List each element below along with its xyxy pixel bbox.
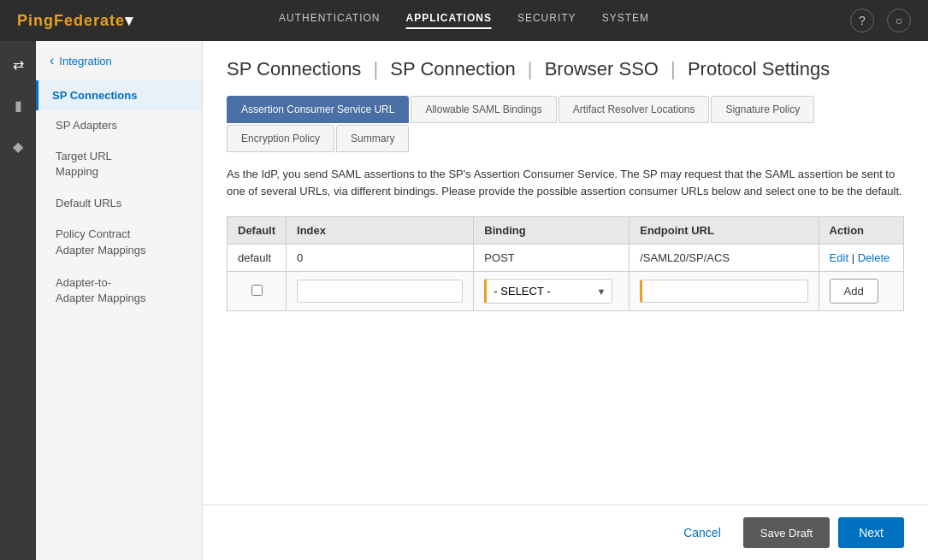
breadcrumb-sp-connections: SP Connections xyxy=(227,58,361,80)
url-input[interactable] xyxy=(640,280,807,303)
index-input[interactable] xyxy=(297,280,463,303)
sidebar-item-policy-contract[interactable]: Policy ContractAdapter Mappings xyxy=(36,218,202,266)
save-draft-button[interactable]: Save Draft xyxy=(743,517,830,548)
rail-shield-icon[interactable]: ◆ xyxy=(5,133,31,159)
sidebar: Integration SP Connections SP Adapters T… xyxy=(36,41,203,560)
add-button[interactable]: Add xyxy=(830,279,878,304)
tab-assertion-consumer[interactable]: Assertion Consumer Service URL xyxy=(227,96,409,123)
breadcrumb-protocol-settings: Protocol Settings xyxy=(688,58,830,80)
row-binding-value: POST xyxy=(474,245,630,272)
breadcrumb-sep2: | xyxy=(528,58,533,80)
footer-bar: Cancel Save Draft Next xyxy=(203,504,928,560)
cancel-button[interactable]: Cancel xyxy=(670,517,735,548)
add-row-binding-cell: - SELECT - ▼ xyxy=(474,272,630,311)
acs-table: Default Index Binding Endpoint URL Actio… xyxy=(227,216,904,311)
action-sep: | xyxy=(852,251,858,264)
help-icon[interactable]: ? xyxy=(850,9,874,32)
sidebar-item-sp-connections[interactable]: SP Connections xyxy=(36,80,202,110)
add-row-checkbox-cell xyxy=(228,272,287,311)
sidebar-item-adapter-adapter[interactable]: Adapter-to-Adapter Mappings xyxy=(36,267,202,315)
add-row-checkbox[interactable] xyxy=(251,285,263,296)
binding-select-wrapper: - SELECT - ▼ xyxy=(484,279,612,304)
col-endpoint-url: Endpoint URL xyxy=(630,217,819,245)
table-row: default 0 POST /SAML20/SP/ACS Edit | Del… xyxy=(228,245,904,272)
tab-signature-policy[interactable]: Signature Policy xyxy=(711,96,814,123)
tab-summary[interactable]: Summary xyxy=(336,125,409,152)
add-row-index-cell xyxy=(287,272,474,311)
breadcrumb: SP Connections | SP Connection | Browser… xyxy=(227,58,904,80)
col-binding: Binding xyxy=(474,217,630,245)
tab-artifact-resolver[interactable]: Artifact Resolver Locations xyxy=(559,96,710,123)
breadcrumb-sep1: | xyxy=(374,58,379,80)
delete-link[interactable]: Delete xyxy=(858,251,890,264)
nav-security[interactable]: SECURITY xyxy=(517,12,576,29)
nav-system[interactable]: SYSTEM xyxy=(602,12,649,29)
col-index: Index xyxy=(287,217,474,245)
row-action-cell: Edit | Delete xyxy=(819,245,903,272)
nav-icons: ? ○ xyxy=(850,9,911,32)
description-text: As the IdP, you send SAML assertions to … xyxy=(227,166,904,199)
tab-allowable-saml[interactable]: Allowable SAML Bindings xyxy=(411,96,556,123)
binding-select[interactable]: - SELECT - xyxy=(484,279,612,304)
row-default-value: default xyxy=(228,245,287,272)
col-action: Action xyxy=(819,217,903,245)
edit-link[interactable]: Edit xyxy=(830,251,848,264)
main-content: SP Connections | SP Connection | Browser… xyxy=(203,41,928,560)
nav-links: AUTHENTICATION APPLICATIONS SECURITY SYS… xyxy=(279,12,649,29)
row-index-value: 0 xyxy=(287,245,474,272)
breadcrumb-browser-sso: Browser SSO xyxy=(545,58,659,80)
row-endpoint-value: /SAML20/SP/ACS xyxy=(630,245,819,272)
add-row: - SELECT - ▼ Add xyxy=(228,272,904,311)
next-button[interactable]: Next xyxy=(838,517,904,548)
top-navigation: PingFederate▾ AUTHENTICATION APPLICATION… xyxy=(0,0,928,41)
nav-applications[interactable]: APPLICATIONS xyxy=(405,12,491,29)
add-row-url-cell xyxy=(630,272,819,311)
tab-encryption-policy[interactable]: Encryption Policy xyxy=(227,125,334,152)
add-row-action-cell: Add xyxy=(819,272,903,311)
sidebar-back-link[interactable]: Integration xyxy=(36,41,202,80)
sidebar-item-default-urls[interactable]: Default URLs xyxy=(36,188,202,218)
nav-authentication[interactable]: AUTHENTICATION xyxy=(279,12,380,29)
breadcrumb-sp-connection: SP Connection xyxy=(390,58,515,80)
tabs-row2: Encryption Policy Summary xyxy=(227,125,904,152)
user-icon[interactable]: ○ xyxy=(887,9,911,32)
icon-rail: ⇄ ▮ ◆ xyxy=(0,41,36,560)
sidebar-item-target-url[interactable]: Target URLMapping xyxy=(36,140,202,188)
breadcrumb-sep3: | xyxy=(671,58,676,80)
sidebar-item-sp-adapters[interactable]: SP Adapters xyxy=(36,110,202,140)
rail-idp-icon[interactable]: ▮ xyxy=(5,92,31,118)
rail-connections-icon[interactable]: ⇄ xyxy=(5,51,31,77)
tabs-row1: Assertion Consumer Service URL Allowable… xyxy=(227,96,904,123)
col-default: Default xyxy=(228,217,287,245)
brand-logo: PingFederate▾ xyxy=(17,11,133,30)
